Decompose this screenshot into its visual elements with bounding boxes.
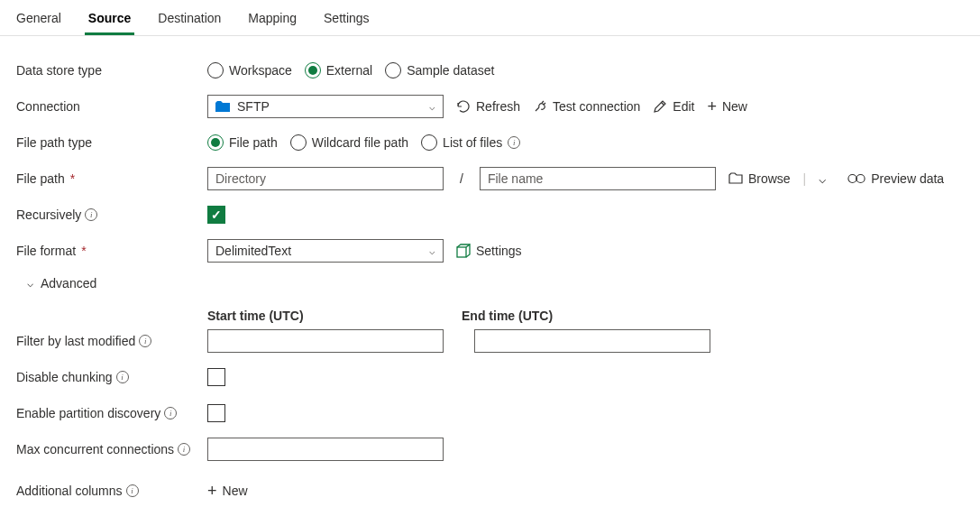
chevron-down-icon: ⌵	[429, 101, 435, 113]
radio-file-path[interactable]: File path	[207, 134, 278, 151]
label-connection: Connection	[16, 99, 207, 114]
info-icon[interactable]: i	[164, 407, 177, 419]
preview-data-button[interactable]: Preview data	[847, 171, 944, 186]
label-max-concurrent: Max concurrent connections i	[16, 442, 207, 456]
info-icon[interactable]: i	[178, 443, 190, 456]
svg-rect-3	[457, 247, 466, 257]
info-icon[interactable]: i	[116, 371, 129, 383]
label-filter-last-modified: Filter by last modified i	[16, 334, 207, 348]
preview-icon	[847, 172, 866, 185]
end-time-input[interactable]	[474, 329, 710, 353]
label-data-store-type: Data store type	[16, 63, 207, 78]
connection-value: SFTP	[237, 99, 270, 114]
label-recursively: Recursively i	[16, 207, 207, 222]
file-format-select[interactable]: DelimitedText ⌵	[207, 239, 444, 263]
label-file-format: File format*	[16, 244, 207, 258]
chevron-down-icon: ⌵	[27, 277, 33, 290]
tab-mapping[interactable]: Mapping	[244, 2, 300, 35]
browse-dropdown[interactable]: ⌵	[819, 171, 826, 186]
test-connection-button[interactable]: Test connection	[533, 99, 640, 114]
disable-chunking-checkbox[interactable]	[207, 368, 225, 386]
chevron-down-icon: ⌵	[429, 245, 435, 257]
radio-wildcard[interactable]: Wildcard file path	[290, 134, 408, 151]
start-time-input[interactable]	[207, 329, 444, 353]
label-disable-chunking: Disable chunking i	[16, 370, 207, 384]
label-file-path-type: File path type	[16, 135, 207, 150]
label-additional-columns: Additional columns i	[16, 484, 207, 498]
tab-bar: General Source Destination Mapping Setti…	[0, 0, 980, 36]
enable-partition-discovery-checkbox[interactable]	[207, 404, 225, 422]
file-format-value: DelimitedText	[215, 244, 291, 258]
radio-workspace[interactable]: Workspace	[207, 62, 292, 78]
radio-sample-label: Sample dataset	[407, 63, 494, 78]
label-enable-partition-discovery: Enable partition discovery i	[16, 406, 207, 420]
radio-external[interactable]: External	[305, 62, 372, 78]
recursively-checkbox[interactable]: ✓	[207, 206, 225, 224]
info-icon[interactable]: i	[85, 208, 97, 221]
svg-point-1	[856, 174, 865, 182]
radio-list-of-files[interactable]: List of files i	[421, 134, 520, 151]
file-format-settings-button[interactable]: Settings	[456, 244, 522, 258]
tab-destination[interactable]: Destination	[154, 2, 224, 35]
browse-folder-icon	[728, 171, 743, 186]
start-time-label: Start time (UTC)	[207, 309, 444, 323]
plus-icon: +	[707, 98, 717, 115]
new-connection-button[interactable]: + New	[707, 98, 747, 115]
settings-icon	[456, 244, 471, 258]
radio-sample-dataset[interactable]: Sample dataset	[385, 62, 494, 78]
tab-settings[interactable]: Settings	[320, 2, 373, 35]
filename-input[interactable]	[480, 167, 716, 190]
end-time-label: End time (UTC)	[462, 309, 698, 323]
directory-input[interactable]	[207, 167, 444, 190]
advanced-toggle[interactable]: ⌵ Advanced	[27, 276, 96, 290]
info-icon[interactable]: i	[508, 136, 520, 149]
refresh-button[interactable]: Refresh	[456, 99, 520, 114]
tab-source[interactable]: Source	[85, 2, 134, 35]
radio-file-path-label: File path	[229, 135, 278, 150]
edit-icon	[653, 99, 667, 114]
edit-button[interactable]: Edit	[653, 99, 694, 114]
browse-button[interactable]: Browse	[728, 171, 791, 186]
radio-external-label: External	[326, 63, 372, 78]
add-column-button[interactable]: + New	[207, 483, 248, 499]
plus-icon: +	[207, 483, 217, 499]
svg-point-0	[848, 174, 856, 182]
chevron-down-icon: ⌵	[819, 171, 826, 186]
radio-list-label: List of files	[443, 135, 502, 150]
radio-wildcard-label: Wildcard file path	[312, 135, 408, 150]
source-form: Data store type Workspace External Sampl…	[0, 36, 980, 507]
radio-workspace-label: Workspace	[229, 63, 292, 78]
path-separator: /	[456, 171, 467, 186]
refresh-icon	[456, 99, 471, 114]
test-connection-icon	[533, 99, 547, 114]
max-concurrent-input[interactable]	[207, 438, 444, 461]
connection-select[interactable]: SFTP ⌵	[207, 95, 444, 118]
info-icon[interactable]: i	[126, 484, 139, 497]
tab-general[interactable]: General	[13, 2, 65, 35]
folder-icon	[215, 101, 230, 112]
label-file-path: File path*	[16, 171, 207, 186]
info-icon[interactable]: i	[139, 335, 151, 347]
